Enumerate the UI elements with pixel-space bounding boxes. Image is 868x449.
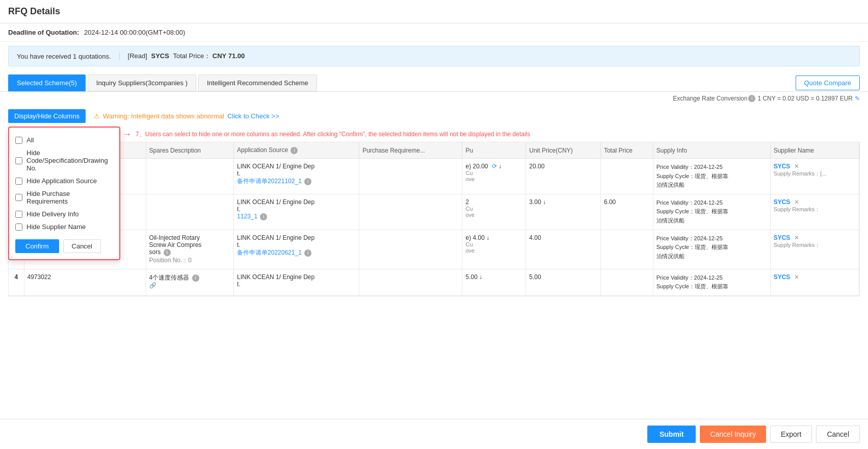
row-1-pu: e) 20.00 ⟳ ↓ Cuove — [462, 159, 526, 194]
row-4-total-price — [600, 269, 653, 295]
dropdown-label-hide-supplier: Hide Supplier Name — [27, 223, 86, 231]
quote-compare-button[interactable]: Quote Compare — [796, 76, 860, 90]
col-supplier-name: Supplier Name — [770, 142, 859, 159]
row-3-pu: e) 4.00 ↓ Cuove — [462, 230, 526, 269]
dropdown-label-all: All — [27, 136, 34, 144]
checkbox-all[interactable] — [15, 137, 22, 144]
row-1-purchase-req — [359, 159, 462, 194]
tabs-left: Selected Scheme(5) Inquiry Suppliers(3co… — [8, 74, 317, 91]
notification-bar: You have received 1 quotations. [Read] S… — [8, 46, 860, 66]
page-header: RFQ Details — [0, 0, 868, 23]
row-1-unit-price: 20.00 — [526, 159, 601, 194]
row-3-desc-info-icon[interactable]: i — [164, 249, 171, 256]
dropdown-item-hide-purchase[interactable]: Hide PurchaseRequirements — [15, 187, 113, 208]
notification-left-text: You have received 1 quotations. — [17, 53, 120, 60]
table-row: 3 GA11 Oil-Injected Rotary Screw Air Com… — [9, 230, 859, 269]
row-4-desc-info-icon[interactable]: i — [192, 275, 199, 282]
row-4-supply-info: Price Validity：2024-12-25 Supply Cycle：现… — [653, 269, 770, 295]
dropdown-item-all[interactable]: All — [15, 134, 113, 146]
row-3-supplier: SYCS ✕ Supply Remarks： — [770, 230, 859, 269]
refresh-icon-1[interactable]: ⟳ — [492, 163, 497, 170]
col-app-source: Application Source i — [234, 142, 359, 159]
col-total-price: Total Price — [600, 142, 653, 159]
row-2-supplier: SYCS ✕ Supply Remarks： — [770, 194, 859, 230]
row-1-close-icon[interactable]: ✕ — [794, 163, 799, 170]
row-4-unit-price: 5.00 — [526, 269, 601, 295]
notification-tag: [Read] — [128, 52, 147, 60]
row-3-close-icon[interactable]: ✕ — [794, 234, 799, 241]
dropdown-cancel-button[interactable]: Cancel — [63, 239, 101, 253]
dropdown-label-hide-code: HideCode/Specification/DrawingNo. — [27, 149, 108, 172]
col-purchase-req: Purchase Requireme... — [359, 142, 462, 159]
deadline-bar: Deadline of Quotation: 2024-12-14 00:00:… — [0, 23, 868, 42]
warning-icon: ⚠ — [94, 112, 100, 120]
col-desc: Spares Description — [146, 142, 233, 159]
row-2-app-source: LINK OCEAN 1/ Engine Dep t. 1123_1 i — [234, 194, 359, 230]
table-row: 1 LINK OCEAN 1/ Engine Dep t. 备件申请单20221… — [9, 159, 859, 194]
dropdown-confirm-button[interactable]: Confirm — [15, 239, 59, 253]
col-unit-price: Unit Price(CNY) — [526, 142, 601, 159]
toolbar-row: Display/Hide Columns ⚠ Warning: Intellig… — [0, 105, 868, 127]
dropdown-panel: All HideCode/Specification/DrawingNo. Hi… — [8, 127, 120, 260]
row-1-total-price — [600, 159, 653, 194]
row-2-unit-price: 3.00 ↓ — [526, 194, 601, 230]
warning-message: ⚠ Warning: Intelligent data shows abnorm… — [94, 112, 279, 120]
row-2-pu: 2 Cuove — [462, 194, 526, 230]
deadline-value: 2024-12-14 00:00:00(GMT+08:00) — [84, 29, 185, 36]
checkbox-hide-delivery[interactable] — [15, 211, 22, 218]
table-container: e/Specification/Drawing No. Spares Descr… — [8, 142, 860, 296]
row-3-app-link[interactable]: 备件申请单20220621_1 i — [237, 248, 356, 257]
annotation-arrow: → — [122, 129, 131, 140]
row-2-desc — [146, 194, 233, 230]
app-source-info-icon[interactable]: i — [291, 147, 298, 154]
row-2-close-icon[interactable]: ✕ — [794, 198, 799, 206]
row-1-supply-info: Price Validity：2024-12-25 Supply Cycle：现… — [653, 159, 770, 194]
tab-selected-scheme[interactable]: Selected Scheme(5) — [8, 74, 86, 91]
exchange-rate-value: 1 CNY = 0.02 USD = 0.12897 EUR — [757, 95, 853, 102]
row-4-purchase-req — [359, 269, 462, 295]
row-4-close-icon[interactable]: ✕ — [794, 273, 799, 281]
dropdown-item-hide-code[interactable]: HideCode/Specification/DrawingNo. — [15, 146, 113, 174]
annotation-row: → 7、Users can select to hide one or more… — [0, 127, 868, 142]
row-4-desc: 4个速度传感器 i 🔗 — [146, 269, 233, 295]
col-supply-info: Supply Info — [653, 142, 770, 159]
dropdown-item-hide-supplier[interactable]: Hide Supplier Name — [15, 220, 113, 233]
row-3-app-source: LINK OCEAN 1/ Engine Dep t. 备件申请单2022062… — [234, 230, 359, 269]
checkbox-hide-supplier[interactable] — [15, 223, 22, 231]
exchange-rate-row: Exchange Rate Conversion i 1 CNY = 0.02 … — [0, 92, 868, 105]
tab-intelligent-scheme[interactable]: Intelligent Recommended Scheme — [198, 74, 317, 91]
row-4-app-source: LINK OCEAN 1/ Engine Dep t. — [234, 269, 359, 295]
dropdown-label-hide-delivery: Hide Delivery Info — [27, 210, 79, 218]
row-num-4: 4 — [9, 269, 24, 295]
checkbox-hide-code[interactable] — [15, 157, 22, 164]
row-3-purchase-req — [359, 230, 462, 269]
tabs-row: Selected Scheme(5) Inquiry Suppliers(3co… — [0, 70, 868, 92]
dropdown-item-hide-delivery[interactable]: Hide Delivery Info — [15, 208, 113, 220]
display-hide-columns-button[interactable]: Display/Hide Columns — [8, 109, 86, 123]
deadline-label: Deadline of Quotation: — [8, 29, 79, 36]
row-1-supplier: SYCS ✕ Supply Remarks：[... — [770, 159, 859, 194]
notification-right: [Read] SYCS Total Price： CNY 71.00 — [128, 52, 245, 61]
dropdown-item-hide-application[interactable]: Hide Application Source — [15, 174, 113, 187]
dropdown-label-hide-application: Hide Application Source — [27, 177, 97, 185]
row-2-app-link[interactable]: 1123_1 i — [237, 213, 356, 220]
row-4-pu: 5.00 ↓ — [462, 269, 526, 295]
table-header-row: e/Specification/Drawing No. Spares Descr… — [9, 142, 859, 159]
row-1-app-source: LINK OCEAN 1/ Engine Dep t. 备件申请单2022110… — [234, 159, 359, 194]
row-1-app-link[interactable]: 备件申请单20221102_1 i — [237, 177, 356, 186]
checkbox-hide-application[interactable] — [15, 178, 22, 185]
annotation-text: 7、Users can select to hide one or more c… — [136, 130, 530, 139]
row-3-unit-price: 4.00 — [526, 230, 601, 269]
row-4-supplier: SYCS ✕ — [770, 269, 859, 295]
exchange-rate-info-icon[interactable]: i — [748, 95, 755, 102]
exchange-rate-edit-icon[interactable]: ✎ — [855, 95, 860, 102]
click-check-link[interactable]: Click to Check >> — [227, 112, 279, 120]
row-3-total-price — [600, 230, 653, 269]
checkbox-hide-purchase[interactable] — [15, 194, 22, 201]
tab-inquiry-suppliers[interactable]: Inquiry Suppliers(3companies ) — [88, 74, 196, 91]
row-3-desc: Oil-Injected Rotary Screw Air Compres so… — [146, 230, 233, 269]
table-row: 4 4973022 4个速度传感器 i 🔗 LINK OCEAN 1/ Engi… — [9, 269, 859, 295]
row-2-purchase-req — [359, 194, 462, 230]
rfq-table: e/Specification/Drawing No. Spares Descr… — [9, 142, 859, 296]
dropdown-actions: Confirm Cancel — [15, 239, 113, 253]
